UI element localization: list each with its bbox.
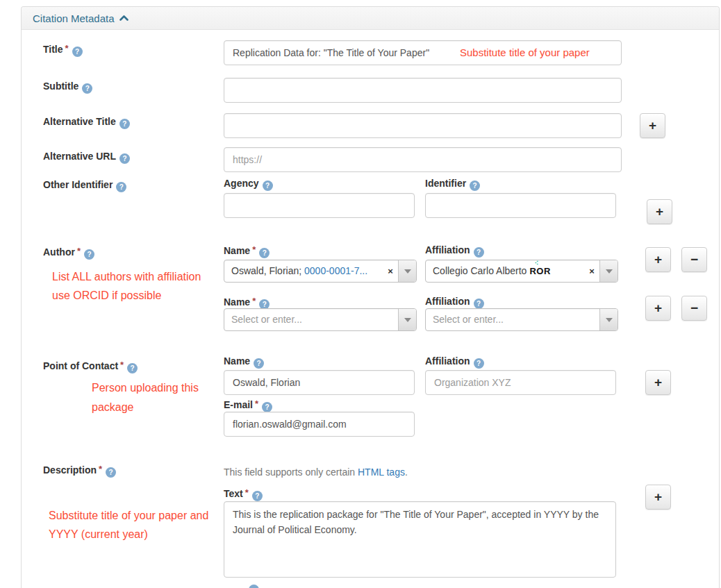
poc-affiliation-label: Affiliation?: [425, 355, 484, 369]
identifier-label: Identifier?: [425, 178, 480, 191]
author-label-text: Author: [43, 246, 75, 258]
dropdown-arrow-icon: [606, 269, 613, 274]
poc-annotation-line2: package: [92, 401, 134, 414]
author1-affiliation-value: Collegio Carlo AlbertoROR: [426, 260, 584, 282]
alternative-url-label-text: Alternative URL: [43, 151, 116, 162]
required-marker: *: [252, 296, 256, 306]
poc-affiliation-input[interactable]: [425, 370, 616, 395]
subtitle-label: Subtitle?: [43, 81, 92, 94]
author2-name-combobox[interactable]: Select or enter...: [224, 308, 417, 331]
help-icon[interactable]: ?: [474, 299, 484, 309]
title-annotation: Substitute title of your paper: [460, 47, 590, 58]
required-marker: *: [65, 43, 69, 53]
add-alternative-title-button[interactable]: +: [640, 113, 665, 138]
panel-title: Citation Metadata: [33, 12, 115, 24]
title-label: Title*?: [43, 43, 83, 57]
remove-author-button[interactable]: −: [681, 247, 707, 272]
required-marker: *: [252, 244, 256, 255]
required-marker: *: [99, 464, 102, 474]
alternative-url-label: Alternative URL?: [43, 151, 130, 164]
author1-affiliation-combobox[interactable]: Collegio Carlo AlbertoROR ×: [425, 260, 618, 283]
dropdown-arrow-icon: [606, 318, 613, 322]
identifier-input[interactable]: [425, 193, 616, 218]
help-icon[interactable]: ?: [470, 180, 480, 191]
poc-email-label: E-mail*?: [224, 398, 272, 412]
help-icon[interactable]: ?: [82, 83, 92, 94]
poc-affiliation-label-text: Affiliation: [425, 355, 470, 367]
dropdown-arrow-icon: [404, 318, 411, 322]
alternative-url-input[interactable]: [224, 147, 622, 172]
citation-metadata-header[interactable]: Citation Metadata: [22, 7, 719, 30]
author2-name-label-text: Name: [224, 296, 250, 308]
poc-name-label-text: Name: [224, 355, 250, 367]
poc-name-input[interactable]: [224, 370, 415, 395]
add-other-identifier-button[interactable]: +: [647, 199, 672, 224]
help-icon[interactable]: ?: [252, 491, 263, 501]
poc-email-input[interactable]: [224, 412, 415, 437]
help-icon[interactable]: ?: [106, 467, 116, 478]
clear-icon[interactable]: ×: [383, 260, 398, 282]
author1-name-label: Name*?: [224, 244, 270, 258]
help-icon[interactable]: ?: [262, 402, 272, 412]
author-annotation-line2: use ORCID if possible: [52, 289, 161, 302]
add-description-button[interactable]: +: [645, 485, 671, 510]
author1-affiliation-label: Affiliation?: [425, 244, 484, 258]
help-icon[interactable]: ?: [254, 358, 264, 369]
dropdown-toggle[interactable]: [599, 309, 618, 330]
poc-name-label: Name?: [224, 355, 264, 369]
dropdown-toggle[interactable]: [398, 260, 416, 282]
description-text-label: Text*?: [224, 487, 263, 501]
description-textarea[interactable]: This is the replication package for "The…: [224, 501, 616, 578]
clear-icon[interactable]: ×: [584, 260, 599, 282]
help-icon[interactable]: ?: [119, 153, 130, 164]
add-author-button[interactable]: +: [645, 296, 671, 321]
required-marker: *: [77, 246, 81, 256]
other-identifier-label-text: Other Identifier: [43, 179, 113, 190]
author2-name-value: Select or enter...: [224, 309, 398, 330]
helper-prefix: This field supports only certain: [224, 467, 358, 478]
required-marker: *: [245, 487, 249, 498]
description-annotation-line2: YYYY (current year): [49, 528, 148, 541]
help-icon[interactable]: ?: [263, 180, 273, 191]
remove-author-button[interactable]: −: [681, 296, 707, 321]
add-author-button[interactable]: +: [645, 247, 671, 272]
other-identifier-label: Other Identifier?: [43, 179, 126, 192]
poc-email-label-text: E-mail: [224, 399, 253, 410]
required-marker: *: [255, 398, 258, 409]
help-icon[interactable]: ?: [72, 47, 83, 57]
point-of-contact-label: Point of Contact*?: [43, 360, 138, 373]
description-helper: This field supports only certain HTML ta…: [224, 467, 408, 478]
help-icon[interactable]: ?: [474, 247, 484, 258]
author2-name-placeholder: Select or enter...: [231, 314, 302, 325]
author1-name-value: Oswald, Florian; 0000-0001-7...: [224, 260, 383, 282]
author2-affiliation-label: Affiliation?: [425, 296, 484, 309]
agency-label: Agency?: [224, 178, 273, 191]
poc-annotation-line1: Person uploading this: [92, 382, 199, 394]
author2-name-label: Name*?: [224, 296, 270, 310]
helper-suffix: .: [405, 467, 408, 478]
author-annotation-line1: List ALL authors with affiliation: [52, 271, 201, 283]
help-icon[interactable]: ?: [259, 248, 270, 258]
author2-affiliation-value: Select or enter...: [426, 309, 599, 330]
help-icon[interactable]: ?: [127, 363, 138, 373]
ror-logo[interactable]: ROR: [529, 266, 550, 276]
add-point-of-contact-button[interactable]: +: [645, 370, 671, 395]
html-tags-link[interactable]: HTML tags: [358, 467, 405, 478]
help-icon[interactable]: ?: [119, 119, 130, 129]
help-icon[interactable]: ?: [84, 249, 94, 260]
author2-affiliation-label-text: Affiliation: [425, 296, 470, 307]
alternative-title-input[interactable]: [224, 113, 622, 138]
alternative-title-label: Alternative Title?: [43, 116, 130, 129]
help-icon[interactable]: ?: [474, 358, 484, 369]
description-label: Description*?: [43, 464, 116, 478]
dropdown-toggle[interactable]: [398, 309, 416, 330]
author1-name-combobox[interactable]: Oswald, Florian; 0000-0001-7... ×: [224, 260, 417, 283]
help-icon[interactable]: ?: [116, 182, 126, 192]
author2-affiliation-combobox[interactable]: Select or enter...: [425, 308, 618, 331]
subtitle-input[interactable]: [224, 78, 622, 103]
agency-input[interactable]: [224, 193, 415, 218]
author1-orcid-link[interactable]: 0000-0001-7...: [304, 265, 367, 276]
dropdown-toggle[interactable]: [599, 260, 618, 282]
author1-affiliation-label-text: Affiliation: [425, 244, 470, 255]
chevron-up-icon[interactable]: [119, 14, 129, 22]
